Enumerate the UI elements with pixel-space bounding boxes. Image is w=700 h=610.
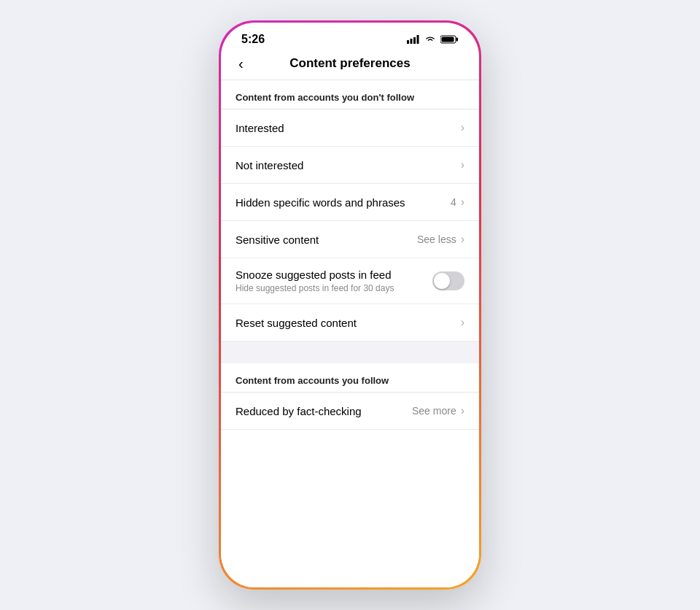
signal-icon [407, 35, 420, 44]
item-label-hidden-words: Hidden specific words and phrases [236, 196, 405, 209]
item-label-interested: Interested [236, 122, 284, 134]
list-item-interested[interactable]: Interested › [221, 109, 479, 147]
item-label-fact-checking: Reduced by fact-checking [236, 405, 362, 417]
chevron-icon-hidden-words: › [461, 196, 464, 209]
svg-rect-2 [413, 37, 416, 44]
badge-hidden-words: 4 [451, 196, 456, 208]
section-label-not-following: Content from accounts you don't follow [221, 80, 479, 109]
battery-icon [440, 35, 459, 44]
list-item-sensitive-content[interactable]: Sensitive content See less › [221, 221, 479, 258]
chevron-icon-reset: › [461, 316, 464, 329]
svg-rect-0 [407, 40, 409, 44]
wifi-icon [424, 35, 436, 44]
section-label-following: Content from accounts you follow [221, 363, 479, 392]
snooze-toggle[interactable] [432, 271, 464, 290]
badge-fact-checking: See more [412, 405, 456, 417]
list-item-fact-checking[interactable]: Reduced by fact-checking See more › [221, 393, 479, 430]
svg-rect-6 [442, 37, 454, 42]
item-label-not-interested: Not interested [236, 159, 303, 171]
status-icons [407, 35, 459, 44]
chevron-icon-interested: › [461, 121, 464, 134]
item-label-reset: Reset suggested content [236, 317, 357, 329]
svg-rect-3 [417, 35, 419, 44]
chevron-icon-sensitive-content: › [461, 233, 464, 246]
badge-sensitive-content: See less [417, 233, 456, 245]
section-gap [221, 341, 479, 363]
item-label-sensitive-content: Sensitive content [236, 233, 319, 246]
content-area: Content from accounts you don't follow I… [221, 80, 479, 587]
page-header: ‹ Content preferences [221, 49, 479, 80]
list-item-hidden-words[interactable]: Hidden specific words and phrases 4 › [221, 184, 479, 221]
toggle-knob [434, 273, 450, 289]
list-item-snooze: Snooze suggested posts in feed Hide sugg… [221, 258, 479, 304]
list-item-reset[interactable]: Reset suggested content › [221, 304, 479, 341]
back-button[interactable]: ‹ [236, 53, 246, 75]
page-title: Content preferences [289, 56, 410, 71]
item-label-snooze: Snooze suggested posts in feed [236, 269, 394, 281]
chevron-icon-fact-checking: › [461, 404, 464, 417]
svg-rect-1 [411, 39, 413, 44]
chevron-icon-not-interested: › [461, 158, 464, 171]
phone-frame: 5:26 [219, 20, 481, 590]
item-sublabel-snooze: Hide suggested posts in feed for 30 days [236, 283, 394, 293]
status-bar: 5:26 [221, 23, 479, 49]
svg-rect-5 [456, 38, 459, 42]
status-time: 5:26 [241, 33, 265, 46]
phone-screen: 5:26 [221, 23, 479, 587]
list-item-not-interested[interactable]: Not interested › [221, 147, 479, 184]
